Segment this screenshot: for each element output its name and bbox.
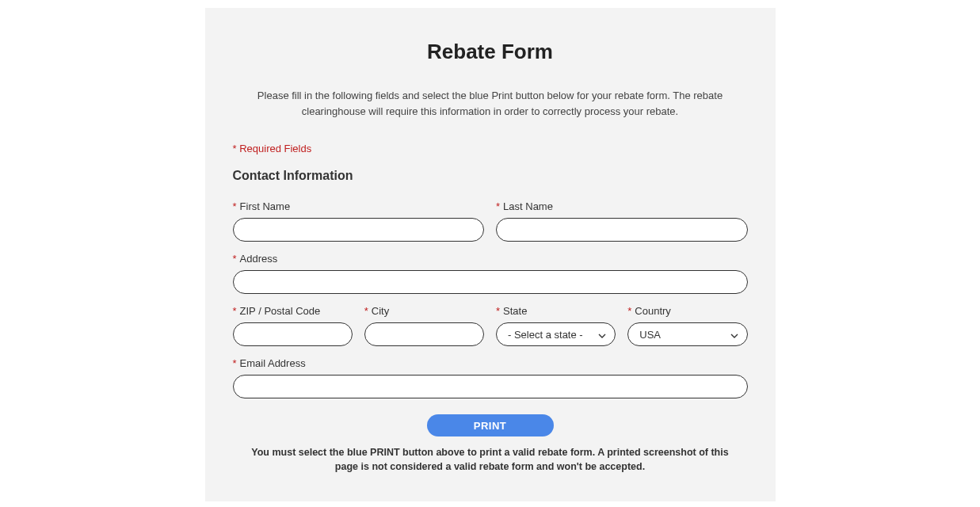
required-asterisk: * xyxy=(496,200,500,212)
state-label-text: State xyxy=(503,305,527,317)
contact-information-heading: Contact Information xyxy=(233,169,748,183)
required-asterisk: * xyxy=(233,200,237,212)
address-field: *Address xyxy=(233,253,748,294)
footer-note: You must select the blue PRINT button ab… xyxy=(233,446,748,474)
rebate-form-container: Rebate Form Please fill in the following… xyxy=(205,8,776,501)
location-row: *ZIP / Postal Code *City *State - Select… xyxy=(233,305,748,346)
zip-label-text: ZIP / Postal Code xyxy=(240,305,321,317)
required-asterisk: * xyxy=(233,253,237,265)
required-asterisk: * xyxy=(496,305,500,317)
city-label: *City xyxy=(364,305,484,317)
first-name-label-text: First Name xyxy=(240,200,291,212)
country-field: *Country USA xyxy=(627,305,747,346)
city-field: *City xyxy=(364,305,484,346)
first-name-input[interactable] xyxy=(233,218,485,242)
email-label: *Email Address xyxy=(233,357,748,369)
print-button[interactable]: PRINT xyxy=(427,414,554,436)
instructions-text: Please fill in the following fields and … xyxy=(233,88,748,119)
first-name-field: *First Name xyxy=(233,200,485,242)
country-label: *Country xyxy=(627,305,747,317)
state-field: *State - Select a state - xyxy=(496,305,616,346)
required-asterisk: * xyxy=(627,305,631,317)
country-label-text: Country xyxy=(635,305,671,317)
required-fields-note: * Required Fields xyxy=(233,143,748,154)
last-name-label: *Last Name xyxy=(496,200,748,212)
email-input[interactable] xyxy=(233,375,748,398)
name-row: *First Name *Last Name xyxy=(233,200,748,242)
city-input[interactable] xyxy=(364,322,484,346)
page-title: Rebate Form xyxy=(233,40,748,64)
last-name-input[interactable] xyxy=(496,218,748,242)
city-label-text: City xyxy=(372,305,389,317)
address-label: *Address xyxy=(233,253,748,265)
last-name-field: *Last Name xyxy=(496,200,748,242)
last-name-label-text: Last Name xyxy=(503,200,553,212)
zip-input[interactable] xyxy=(233,322,353,346)
email-field: *Email Address xyxy=(233,357,748,398)
email-label-text: Email Address xyxy=(240,357,306,369)
required-asterisk: * xyxy=(233,305,237,317)
required-asterisk: * xyxy=(233,357,237,369)
address-label-text: Address xyxy=(240,253,278,265)
required-asterisk: * xyxy=(364,305,368,317)
first-name-label: *First Name xyxy=(233,200,485,212)
state-select[interactable]: - Select a state - xyxy=(496,322,616,346)
country-select[interactable]: USA xyxy=(627,322,747,346)
address-row: *Address xyxy=(233,253,748,294)
zip-label: *ZIP / Postal Code xyxy=(233,305,353,317)
zip-field: *ZIP / Postal Code xyxy=(233,305,353,346)
address-input[interactable] xyxy=(233,270,748,294)
state-label: *State xyxy=(496,305,616,317)
email-row: *Email Address xyxy=(233,357,748,398)
